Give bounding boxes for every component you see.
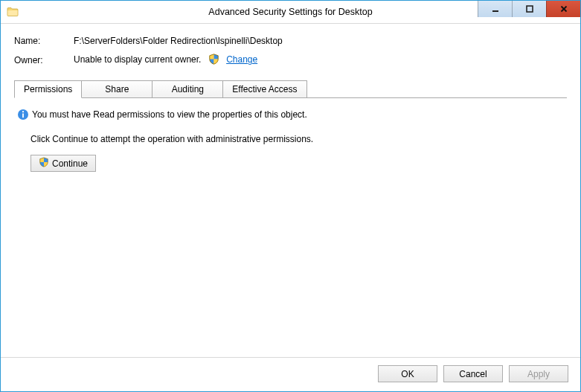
- owner-text: Unable to display current owner.: [74, 54, 201, 65]
- continue-label: Continue: [52, 158, 88, 169]
- info-row: You must have Read permissions to view t…: [17, 109, 564, 121]
- owner-value: Unable to display current owner. Change: [74, 54, 257, 67]
- svg-rect-4: [22, 113, 24, 118]
- svg-rect-1: [527, 6, 533, 12]
- info-icon: [17, 109, 29, 121]
- tab-panel: You must have Read permissions to view t…: [14, 98, 567, 357]
- tab-underline: [14, 97, 567, 98]
- info-text: You must have Read permissions to view t…: [32, 109, 307, 120]
- minimize-button[interactable]: [478, 1, 512, 17]
- cancel-button[interactable]: Cancel: [443, 365, 503, 382]
- hint-text: Click Continue to attempt the operation …: [31, 134, 564, 144]
- svg-rect-0: [492, 10, 498, 12]
- footer: OK Cancel Apply: [1, 357, 580, 391]
- tab-share-label: Share: [105, 84, 129, 94]
- name-row: Name: F:\ServerFolders\Folder Redirectio…: [14, 36, 567, 46]
- cancel-label: Cancel: [459, 369, 487, 379]
- svg-point-5: [22, 111, 24, 112]
- tab-effective-access[interactable]: Effective Access: [222, 80, 306, 98]
- titlebar: Advanced Security Settings for Desktop: [1, 1, 580, 24]
- tab-auditing[interactable]: Auditing: [152, 80, 223, 98]
- window-controls: [478, 1, 580, 17]
- owner-row: Owner: Unable to display current owner. …: [14, 54, 567, 67]
- owner-label: Owner:: [14, 55, 74, 65]
- continue-button[interactable]: Continue: [31, 155, 96, 172]
- ok-label: OK: [401, 369, 414, 379]
- window-root: Advanced Security Settings for Desktop N…: [0, 0, 581, 392]
- folder-icon: [7, 6, 19, 18]
- close-button[interactable]: [546, 1, 580, 17]
- tab-auditing-label: Auditing: [172, 84, 204, 94]
- shield-icon: [208, 54, 219, 67]
- apply-label: Apply: [527, 369, 550, 379]
- change-owner-link[interactable]: Change: [226, 54, 257, 65]
- tab-share[interactable]: Share: [81, 80, 153, 98]
- tab-effective-access-label: Effective Access: [232, 84, 297, 94]
- shield-icon: [39, 157, 49, 170]
- name-label: Name:: [14, 36, 74, 46]
- name-value: F:\ServerFolders\Folder Redirection\lspi…: [74, 36, 283, 46]
- apply-button: Apply: [509, 365, 568, 382]
- maximize-button[interactable]: [512, 1, 546, 17]
- tab-permissions[interactable]: Permissions: [14, 80, 82, 98]
- ok-button[interactable]: OK: [378, 365, 437, 382]
- tabstrip: Permissions Share Auditing Effective Acc…: [14, 80, 567, 98]
- tab-permissions-label: Permissions: [24, 84, 72, 94]
- content-area: Name: F:\ServerFolders\Folder Redirectio…: [1, 24, 580, 357]
